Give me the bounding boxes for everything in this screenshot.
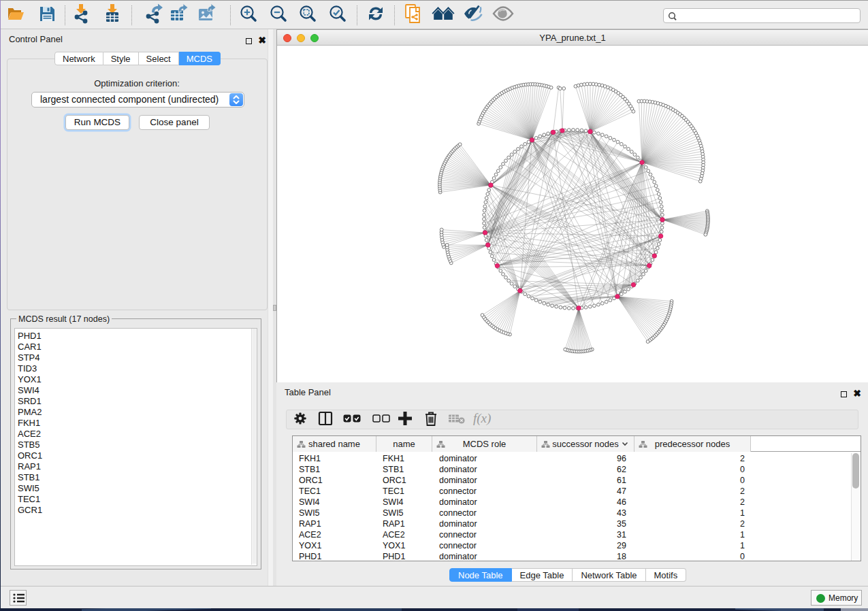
svg-text:f(x): f(x) [473, 411, 491, 426]
